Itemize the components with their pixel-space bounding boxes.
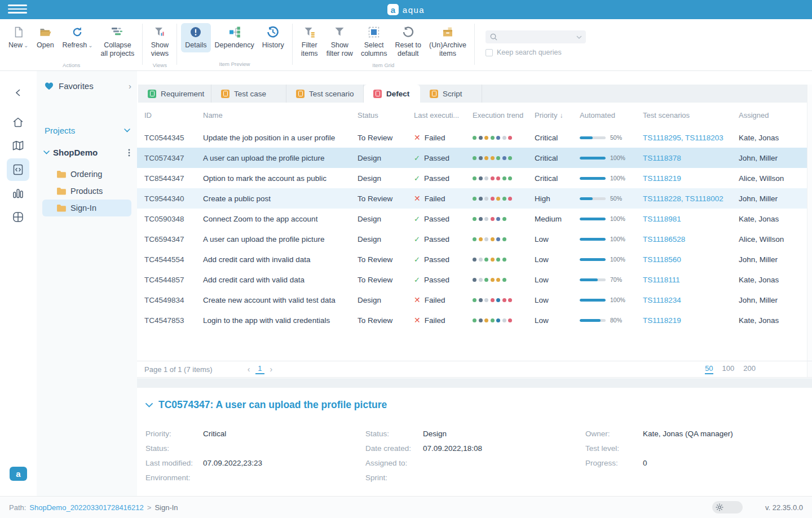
dependency-icon <box>228 26 241 38</box>
collapse-sidebar-icon[interactable] <box>7 81 29 104</box>
show-filter-row-button[interactable]: Show filter row <box>323 23 357 61</box>
details-button[interactable]: Details <box>181 23 210 52</box>
test-scenario-link[interactable]: TS1118378 <box>643 154 681 162</box>
vertical-scrollbar[interactable] <box>807 85 812 378</box>
search-input[interactable] <box>501 33 573 41</box>
chevron-down-icon[interactable] <box>124 129 130 132</box>
test-scenario-link[interactable]: TS1118219 <box>643 316 681 325</box>
cell-automated: 100% <box>580 215 643 222</box>
test-scenario-link[interactable]: TS1118560 <box>643 255 681 264</box>
execution-result-icon: ✓ <box>414 174 420 183</box>
column-header-priority[interactable]: Priority↓ <box>535 111 580 119</box>
chevron-right-icon[interactable]: › <box>129 81 131 91</box>
item-details-panel: TC0574347: A user can upload the profile… <box>137 388 812 496</box>
cell-automated: 100% <box>580 154 643 161</box>
cell-priority: Low <box>535 296 580 304</box>
details-title[interactable]: TC0574347: A user can upload the profile… <box>145 399 387 411</box>
home-icon[interactable] <box>7 111 29 134</box>
chevron-down-icon[interactable] <box>576 36 582 39</box>
tab-script[interactable]: Script <box>420 85 482 103</box>
cell-id: TC4544857 <box>144 276 203 284</box>
tab-test-case[interactable]: Test case <box>211 85 286 103</box>
collapse-all-projects-button[interactable]: Collapse all projects <box>97 23 139 61</box>
test-scenario-link[interactable]: TS1118228, TS1118002 <box>643 194 723 203</box>
map-icon[interactable] <box>7 135 29 157</box>
column-header-status[interactable]: Status <box>358 111 414 119</box>
settings-toggle[interactable] <box>712 501 743 513</box>
select-columns-button[interactable]: Select columns <box>357 23 391 61</box>
filter-items-button[interactable]: Filter items <box>297 23 323 61</box>
toolbar-divider <box>176 24 177 65</box>
reports-chart-icon[interactable] <box>7 182 29 205</box>
dashboard-grid-icon[interactable] <box>7 206 29 228</box>
table-row[interactable]: TC8544347 Option to mark the account as … <box>137 168 807 188</box>
column-header-execution-trend[interactable]: Execution trend <box>473 111 535 119</box>
test-scenario-link[interactable]: TS11186528 <box>643 235 685 243</box>
column-header-test-scenarios[interactable]: Test scenarios <box>643 111 739 119</box>
table-row[interactable]: TC0544345 Update the job position in a u… <box>137 127 807 148</box>
cell-test-scenarios: TS1118219 <box>643 174 739 183</box>
sidebar-item-ordering[interactable]: Ordering <box>42 166 131 183</box>
test-scenario-link[interactable]: TS1118295, TS1118203 <box>643 134 723 142</box>
kebab-menu-icon[interactable] <box>128 149 133 157</box>
checkbox[interactable] <box>486 49 493 56</box>
panel-splitter[interactable] <box>137 378 812 388</box>
cell-status: Design <box>358 174 414 183</box>
next-page-icon[interactable]: › <box>270 365 273 374</box>
keep-search-queries-option[interactable]: Keep search queries <box>486 48 586 56</box>
page-size-200[interactable]: 200 <box>743 364 756 374</box>
column-header-id[interactable]: ID <box>144 111 203 119</box>
table-row[interactable]: TC4544857 Add credit card with valid dat… <box>137 269 807 290</box>
history-button[interactable]: History <box>258 23 288 52</box>
open-button[interactable]: Open <box>32 23 58 52</box>
refresh-button[interactable]: Refresh⌄ <box>58 23 96 52</box>
test-scenario-link[interactable]: TS1118219 <box>643 174 681 183</box>
column-header-assigned[interactable]: Assigned <box>739 111 807 119</box>
test-items-icon[interactable] <box>7 158 29 181</box>
cell-test-scenarios: TS1118981 <box>643 215 739 223</box>
table-row[interactable]: TC9544340 Create a public post To Review… <box>137 188 807 209</box>
unarchive-items-button[interactable]: (Un)Archive items <box>425 23 470 61</box>
new-button[interactable]: New⌄ <box>5 23 32 52</box>
cell-automated: 70% <box>580 276 643 283</box>
reset-icon <box>402 26 414 38</box>
table-row[interactable]: TC4549834 Create new account with valid … <box>137 290 807 310</box>
sidebar-item-sign-in[interactable]: Sign-In <box>42 200 131 216</box>
chevron-down-icon[interactable] <box>145 403 153 408</box>
projects-header[interactable]: Projects <box>45 126 130 135</box>
cell-status: To Review <box>358 316 414 325</box>
test-scenario-link[interactable]: TS1118981 <box>643 215 681 223</box>
table-row[interactable]: TC0574347 A user can upload the profile … <box>137 148 807 168</box>
favorites-section[interactable]: Favorites › <box>45 81 131 91</box>
tab-test-scenario[interactable]: Test scenario <box>286 85 364 103</box>
tab-requirement[interactable]: Requirement <box>138 85 211 103</box>
test-scenario-link[interactable]: TS1118234 <box>643 296 681 304</box>
table-row[interactable]: TC6594347 A user can upload the profile … <box>137 229 807 249</box>
trend-dot <box>479 278 483 282</box>
chevron-down-icon[interactable] <box>43 150 50 154</box>
page-number-current[interactable]: 1 <box>255 364 264 374</box>
trend-dot <box>473 197 476 201</box>
table-row[interactable]: TC4547853 Login to the app with valid cr… <box>137 310 807 330</box>
column-header-name[interactable]: Name <box>203 111 358 119</box>
table-row[interactable]: TC4544554 Add credit card with invalid d… <box>137 249 807 269</box>
trend-dot <box>473 176 476 180</box>
sidebar-item-shopdemo[interactable]: ShopDemo <box>43 148 133 157</box>
previous-page-icon[interactable]: ‹ <box>248 365 250 374</box>
column-header-last-execution[interactable]: Last executi... <box>414 111 473 119</box>
brand: a aqua <box>0 0 812 19</box>
reset-to-default-button[interactable]: Reset to default <box>391 23 425 61</box>
path-project-link[interactable]: ShopDemo_202203301728416212 <box>29 503 143 512</box>
page-size-100[interactable]: 100 <box>722 364 735 374</box>
tab-defect[interactable]: Defect <box>364 85 420 103</box>
column-header-automated[interactable]: Automated <box>580 111 643 119</box>
path-current-folder: Sign-In <box>155 503 178 512</box>
show-views-button[interactable]: Show views <box>147 23 173 61</box>
dependency-button[interactable]: Dependency <box>211 23 258 52</box>
page-size-50[interactable]: 50 <box>705 364 713 374</box>
progress-bar <box>580 218 606 220</box>
test-scenario-link[interactable]: TS1118111 <box>643 276 680 284</box>
table-row[interactable]: TC0590348 Connect Zoom to the app accoun… <box>137 209 807 229</box>
sidebar-item-products[interactable]: Products <box>42 183 131 200</box>
search-box[interactable] <box>486 30 586 43</box>
